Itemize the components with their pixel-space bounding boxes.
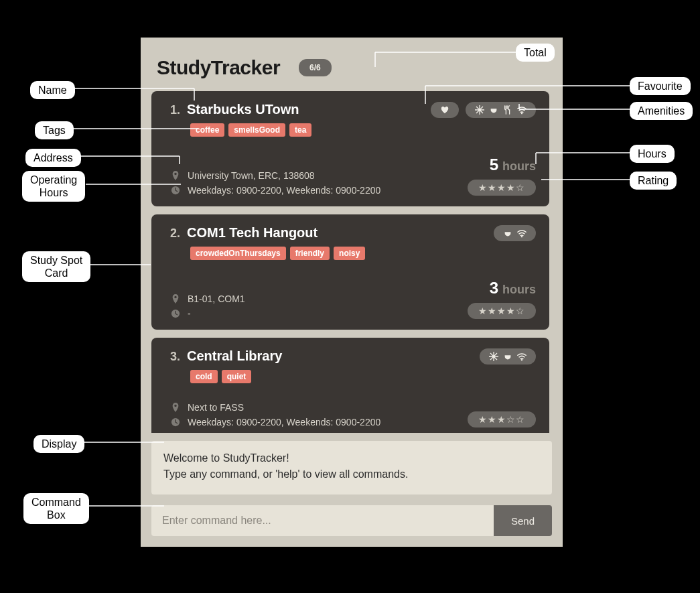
callout-favourite: Favourite <box>630 77 691 95</box>
callout-rating: Rating <box>630 172 677 190</box>
operating-hours-text: Weekdays: 0900-2200, Weekends: 0900-2200 <box>188 185 380 196</box>
wifi-icon <box>517 352 527 361</box>
command-input[interactable] <box>151 505 494 536</box>
snowflake-icon <box>489 352 498 361</box>
tag: quiet <box>222 370 252 383</box>
heart-icon <box>440 105 449 115</box>
app-title: StudyTracker <box>157 56 280 79</box>
pin-icon <box>170 403 181 412</box>
callout-address: Address <box>25 149 81 167</box>
pin-icon <box>170 294 181 304</box>
study-spot-card[interactable]: 3.Central LibrarycoldquietNext to FASSWe… <box>151 338 549 433</box>
rating-badge: ★★★★☆ <box>468 180 536 196</box>
wifi-icon <box>517 228 527 238</box>
tags-row: crowdedOnThursdaysfriendlynoisy <box>190 247 536 260</box>
study-hours-label: hours <box>502 159 536 174</box>
amenities-badge <box>494 225 536 241</box>
total-badge: 6/6 <box>299 59 332 76</box>
card-name: Central Library <box>187 348 282 364</box>
study-spot-card[interactable]: 1.Starbucks UTowncoffeesmellsGoodteaUniv… <box>151 91 549 206</box>
card-name: COM1 Tech Hangout <box>187 225 318 241</box>
plug-icon <box>503 352 512 361</box>
address-text: B1-01, COM1 <box>188 293 245 304</box>
tag: cold <box>190 370 218 383</box>
callout-hours: Hours <box>630 145 675 163</box>
display-line: Welcome to StudyTracker! <box>163 450 540 466</box>
tag: coffee <box>190 123 224 137</box>
app-window: StudyTracker 6/6 1.Starbucks UTowncoffee… <box>141 38 563 547</box>
study-spot-card[interactable]: 2.COM1 Tech HangoutcrowdedOnThursdaysfri… <box>151 214 549 330</box>
tag: noisy <box>334 247 365 260</box>
callout-cmd-box: Command Box <box>23 493 89 524</box>
study-hours-num: 5 <box>490 155 498 174</box>
wifi-icon <box>517 105 527 115</box>
clock-icon <box>170 186 181 195</box>
favourite-badge <box>431 102 459 118</box>
study-hours: 5hours <box>490 155 536 174</box>
study-hours-num: 3 <box>490 279 498 298</box>
study-hours-label: hours <box>502 283 536 297</box>
display-panel: Welcome to StudyTracker! Type any comman… <box>151 441 552 495</box>
callout-study-card: Study Spot Card <box>22 251 90 282</box>
plug-icon <box>489 105 498 115</box>
utensils-icon <box>503 105 512 115</box>
tags-row: coldquiet <box>190 370 536 383</box>
callout-op-hours: Operating Hours <box>22 171 85 202</box>
pin-icon <box>170 171 181 180</box>
callout-display: Display <box>33 435 84 453</box>
card-index: 1. <box>170 103 180 117</box>
callout-total: Total <box>516 44 555 62</box>
study-hours: 3hours <box>490 279 536 298</box>
tag: friendly <box>290 247 330 260</box>
tag: smellsGood <box>228 123 285 137</box>
send-button[interactable]: Send <box>494 505 552 536</box>
card-name: Starbucks UTown <box>187 102 299 117</box>
tag: tea <box>289 123 311 137</box>
rating-badge: ★★★☆☆ <box>468 411 536 427</box>
clock-icon <box>170 309 181 318</box>
study-spot-list[interactable]: 1.Starbucks UTowncoffeesmellsGoodteaUniv… <box>151 91 552 433</box>
amenities-badge <box>466 102 536 118</box>
card-index: 2. <box>170 226 180 241</box>
display-line: Type any command, or 'help' to view all … <box>163 466 540 482</box>
address-text: Next to FASS <box>188 402 244 413</box>
clock-icon <box>170 417 181 427</box>
operating-hours-text: - <box>188 308 191 319</box>
address-text: University Town, ERC, 138608 <box>188 170 315 181</box>
snowflake-icon <box>475 105 484 115</box>
rating-badge: ★★★★☆ <box>468 303 536 319</box>
command-row: Send <box>151 505 552 536</box>
amenities-badge <box>480 348 536 365</box>
callout-name: Name <box>30 81 75 99</box>
callout-tags: Tags <box>35 121 74 139</box>
tags-row: coffeesmellsGoodtea <box>190 123 536 137</box>
operating-hours-text: Weekdays: 0900-2200, Weekends: 0900-2200 <box>188 417 380 427</box>
card-index: 3. <box>170 350 180 364</box>
plug-icon <box>503 228 512 238</box>
tag: crowdedOnThursdays <box>190 247 286 260</box>
header: StudyTracker 6/6 <box>151 48 552 91</box>
callout-amenities: Amenities <box>630 102 693 120</box>
